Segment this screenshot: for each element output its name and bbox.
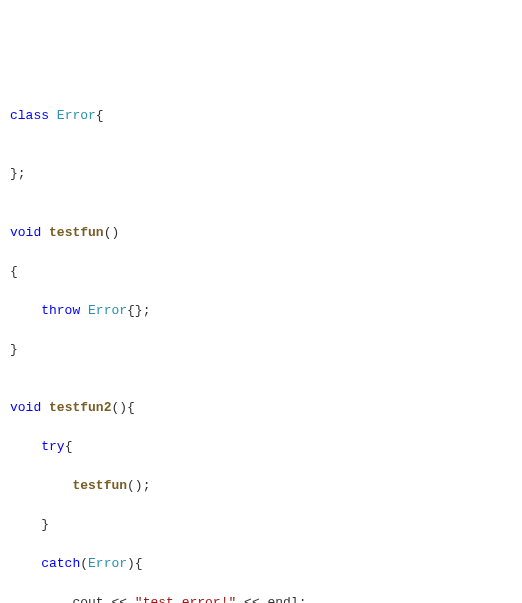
func-testfun2: testfun2 (49, 400, 111, 415)
code-line: } (10, 515, 512, 535)
call-testfun: testfun (72, 478, 127, 493)
func-testfun: testfun (49, 225, 104, 240)
keyword-try: try (41, 439, 64, 454)
code-line: catch(Error){ (10, 554, 512, 574)
code-line: }; (10, 164, 512, 184)
code-line: testfun(); (10, 476, 512, 496)
string-literal: "test error!" (135, 595, 236, 603)
keyword-throw: throw (41, 303, 80, 318)
code-block: class Error{ }; void testfun() { throw E… (10, 86, 512, 603)
type-error: Error (88, 556, 127, 571)
code-line: void testfun() (10, 223, 512, 243)
code-line: cout << "test error!" << endl; (10, 593, 512, 603)
keyword-void: void (10, 400, 41, 415)
id-endl: endl (268, 595, 299, 603)
code-line: try{ (10, 437, 512, 457)
id-cout: cout (72, 595, 103, 603)
code-line: throw Error{}; (10, 301, 512, 321)
code-line: class Error{ (10, 106, 512, 126)
keyword-catch: catch (41, 556, 80, 571)
type-error: Error (57, 108, 96, 123)
code-line: void testfun2(){ (10, 398, 512, 418)
keyword-void: void (10, 225, 41, 240)
code-line: { (10, 262, 512, 282)
code-line: } (10, 340, 512, 360)
type-error: Error (88, 303, 127, 318)
keyword-class: class (10, 108, 49, 123)
